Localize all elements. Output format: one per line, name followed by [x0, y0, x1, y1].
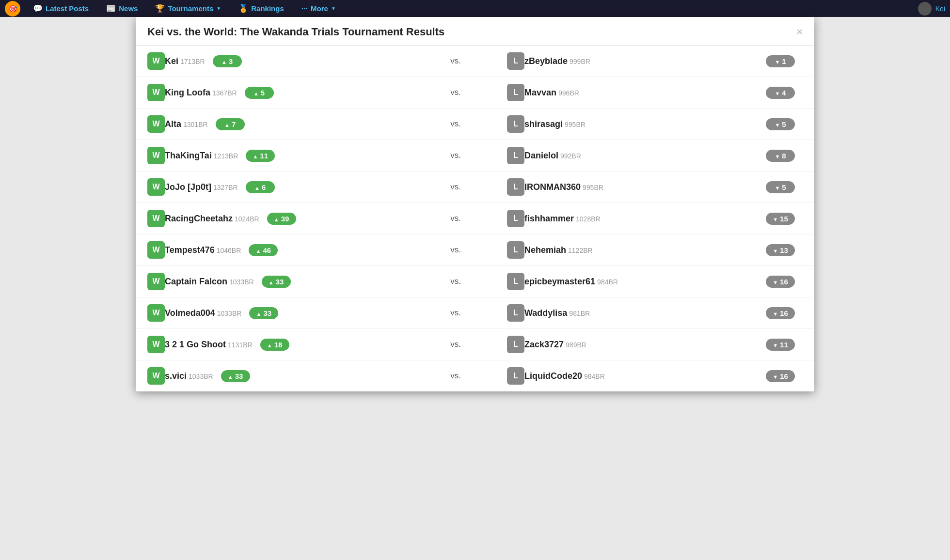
chat-icon: 💬 [33, 4, 43, 13]
winner-side: W s.vici1033BR 33 [147, 367, 404, 385]
winner-score-value: 18 [274, 341, 283, 349]
winner-name: JoJo [Jp0t]1327BR [165, 182, 238, 192]
nav-rankings[interactable]: 🏅 Rankings [230, 0, 293, 17]
arrow-down-icon [773, 372, 778, 380]
vs-section: vs. [404, 151, 507, 160]
winner-score-value: 39 [281, 215, 289, 223]
loser-score-value: 1 [782, 57, 786, 65]
nav-more[interactable]: ··· More ▼ [293, 0, 345, 17]
loser-name: zBeyblade999BR [524, 56, 590, 66]
winner-side: W Volmeda0041033BR 33 [147, 304, 404, 322]
loser-side: L Mavvan996BR [507, 84, 764, 101]
win-badge: W [147, 178, 165, 196]
nav-latest-posts[interactable]: 💬 Latest Posts [24, 0, 97, 17]
loser-br: 996BR [558, 89, 579, 97]
loser-score-section: 5 [764, 118, 803, 130]
vs-label: vs. [436, 308, 475, 318]
match-row: W ThaKingTai1213BR 11 vs. L Danielol992B… [136, 140, 814, 171]
vs-section: vs. [404, 88, 507, 97]
loser-score-section: 4 [764, 87, 803, 99]
vs-section: vs. [404, 214, 507, 223]
winner-br: 1024BR [235, 215, 259, 223]
loser-score-value: 11 [780, 341, 788, 349]
navbar: 🎯 💬 Latest Posts 📰 News 🏆 Tournaments ▼ … [0, 0, 950, 17]
winner-name: s.vici1033BR [165, 371, 213, 381]
loser-side: L Danielol992BR [507, 147, 764, 164]
winner-br: 1033BR [217, 310, 242, 317]
winner-score-pill: 6 [246, 181, 275, 193]
loser-name: Danielol992BR [524, 151, 581, 161]
winner-name: Tempest4761046BR [165, 245, 241, 255]
loser-score-pill: 8 [766, 150, 795, 162]
loss-badge: L [507, 241, 524, 259]
vs-label: vs. [436, 182, 475, 192]
arrow-up-icon [256, 246, 261, 254]
winner-side: W 3 2 1 Go Shoot1131BR 18 [147, 336, 404, 353]
loser-br: 984BR [584, 373, 605, 380]
vs-label: vs. [436, 371, 475, 381]
winner-br: 1301BR [183, 121, 208, 128]
loser-side: L Waddylisa981BR [507, 304, 764, 322]
modal-close-button[interactable]: × [796, 27, 803, 37]
winner-name: RacingCheetahz1024BR [165, 214, 259, 224]
loser-br: 981BR [569, 310, 590, 317]
winner-score-value: 3 [229, 57, 233, 65]
winner-br: 1033BR [189, 373, 213, 380]
winner-score-pill: 5 [245, 87, 274, 99]
winner-score-pill: 18 [260, 339, 289, 351]
nav-rankings-label: Rankings [251, 4, 284, 13]
loser-score-pill: 13 [766, 244, 795, 256]
arrow-up-icon [254, 183, 260, 191]
loser-score-value: 4 [782, 89, 786, 97]
username[interactable]: Kei [935, 5, 945, 13]
arrow-up-icon [256, 309, 262, 317]
loss-badge: L [507, 273, 524, 290]
loser-side: L LiquidCode20984BR [507, 367, 764, 385]
loser-name: Waddylisa981BR [524, 308, 590, 318]
chevron-down-icon-more: ▼ [331, 6, 336, 11]
loser-name: Mavvan996BR [524, 88, 579, 98]
arrow-up-icon [269, 278, 274, 286]
winner-score-value: 33 [235, 372, 243, 380]
winner-side: W ThaKingTai1213BR 11 [147, 147, 404, 164]
loser-score-section: 1 [764, 55, 803, 67]
winner-br: 1046BR [217, 247, 241, 254]
vs-label: vs. [436, 245, 475, 255]
winner-side: W Kei1713BR 3 [147, 52, 404, 70]
nav-tournaments[interactable]: 🏆 Tournaments ▼ [146, 0, 230, 17]
loser-score-value: 13 [780, 246, 788, 254]
arrow-down-icon [775, 120, 780, 128]
winner-score-value: 5 [261, 89, 265, 97]
loser-score-value: 15 [780, 215, 788, 223]
loss-badge: L [507, 178, 524, 196]
vs-label: vs. [436, 56, 475, 66]
loser-score-pill: 1 [766, 55, 795, 67]
loss-badge: L [507, 115, 524, 133]
vs-label: vs. [436, 151, 475, 160]
loser-score-pill: 5 [766, 181, 795, 193]
loser-name: Nehemiah1122BR [524, 245, 593, 255]
win-badge: W [147, 52, 165, 70]
loser-name: epicbeymaster61984BR [524, 277, 618, 287]
winner-score-value: 46 [263, 246, 271, 254]
vs-section: vs. [404, 371, 507, 381]
arrow-down-icon [773, 309, 778, 317]
nav-right: Kei [918, 2, 945, 16]
winner-br: 1213BR [214, 152, 238, 160]
nav-news[interactable]: 📰 News [97, 0, 146, 17]
vs-label: vs. [436, 88, 475, 97]
loss-badge: L [507, 210, 524, 227]
nav-tournaments-label: Tournaments [168, 4, 213, 13]
loser-score-section: 16 [764, 370, 803, 382]
match-row: W Volmeda0041033BR 33 vs. L Waddylisa981… [136, 297, 814, 329]
loser-br: 1122BR [568, 247, 593, 254]
winner-score-pill: 33 [249, 307, 278, 319]
win-badge: W [147, 336, 165, 353]
loser-name: Zack3727989BR [524, 340, 586, 350]
arrow-down-icon [773, 215, 778, 223]
winner-name: Captain Falcon1033BR [165, 277, 254, 287]
modal: Kei vs. the World: The Wakanda Trials To… [136, 17, 814, 391]
winner-side: W Alta1301BR 7 [147, 115, 404, 133]
winner-score-pill: 33 [221, 370, 250, 382]
winner-side: W JoJo [Jp0t]1327BR 6 [147, 178, 404, 196]
